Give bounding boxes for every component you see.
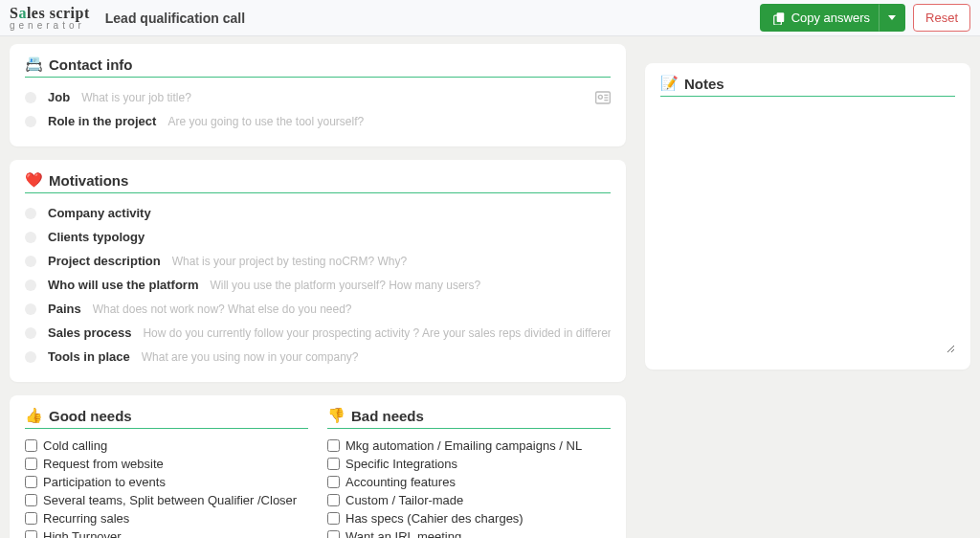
contact-field-label: Role in the project <box>48 114 156 128</box>
bad-need-checkbox[interactable] <box>327 476 340 488</box>
good-need-label: Cold calling <box>43 438 107 453</box>
motivations-input[interactable] <box>93 303 611 316</box>
good-need-item[interactable]: Participation to events <box>25 473 308 491</box>
motivations-input[interactable] <box>210 279 611 292</box>
status-dot[interactable] <box>25 92 36 103</box>
good-need-item[interactable]: Several teams, Split between Qualifier /… <box>25 491 308 509</box>
contact-field-row: Role in the project <box>25 109 611 133</box>
good-need-label: Participation to events <box>43 475 166 489</box>
motivations-field-row: Who will use the platform <box>25 273 611 297</box>
bad-need-checkbox[interactable] <box>327 494 340 506</box>
bad-need-item[interactable]: Specific Integrations <box>327 455 611 473</box>
copy-answers-button[interactable]: Copy answers <box>760 4 882 32</box>
motivations-input[interactable] <box>156 231 611 244</box>
section-title-bad-needs: 👎 Bad needs <box>327 407 611 429</box>
good-need-checkbox[interactable] <box>25 439 37 452</box>
heart-icon: ❤️ <box>25 171 43 189</box>
good-need-item[interactable]: Cold calling <box>25 437 308 455</box>
bad-need-label: Has specs (Cahier des charges) <box>345 511 523 526</box>
bad-need-label: Specific Integrations <box>345 457 457 471</box>
notes-textarea[interactable] <box>660 104 955 353</box>
contact-info-card: 📇 Contact info JobRole in the project <box>10 44 626 146</box>
bad-need-checkbox[interactable] <box>327 530 340 538</box>
motivations-field-label: Company activity <box>48 206 151 220</box>
good-need-item[interactable]: Recurring sales <box>25 509 308 527</box>
bad-need-item[interactable]: Want an IRL meeting <box>327 527 611 538</box>
contact-input[interactable] <box>81 91 584 104</box>
bad-need-item[interactable]: Accounting features <box>327 473 611 491</box>
good-need-label: Several teams, Split between Qualifier /… <box>43 493 297 507</box>
motivations-field-row: Pains <box>25 297 611 321</box>
motivations-input[interactable] <box>163 207 611 220</box>
topbar: Sales script generator Lead qualificatio… <box>0 0 980 36</box>
contact-field-row: Job <box>25 85 611 109</box>
motivations-field-row: Company activity <box>25 201 611 225</box>
section-title-contact: 📇 Contact info <box>25 56 611 78</box>
motivations-field-label: Who will use the platform <box>48 278 198 292</box>
motivations-field-label: Clients typology <box>48 230 145 244</box>
motivations-input[interactable] <box>172 255 611 268</box>
good-need-label: High Turnover <box>43 529 122 538</box>
notes-icon: 📝 <box>660 75 679 92</box>
copy-answers-dropdown[interactable] <box>879 4 905 32</box>
status-dot[interactable] <box>25 303 36 315</box>
motivations-field-label: Pains <box>48 302 81 316</box>
bad-need-item[interactable]: Custom / Tailor-made <box>327 491 611 509</box>
bad-need-label: Want an IRL meeting <box>345 529 461 538</box>
good-need-checkbox[interactable] <box>25 476 37 488</box>
page-title: Lead qualification call <box>105 11 245 26</box>
good-need-item[interactable]: Request from website <box>25 455 308 473</box>
thumbs-down-icon: 👎 <box>327 407 345 424</box>
bad-need-label: Custom / Tailor-made <box>345 493 463 507</box>
bad-need-checkbox[interactable] <box>327 439 340 452</box>
status-dot[interactable] <box>25 351 36 363</box>
motivations-field-row: Sales process <box>25 321 611 345</box>
status-dot[interactable] <box>25 327 36 339</box>
motivations-field-row: Project description <box>25 249 611 273</box>
good-need-checkbox[interactable] <box>25 458 37 470</box>
status-dot[interactable] <box>25 256 36 267</box>
status-dot[interactable] <box>25 232 36 243</box>
thumbs-up-icon: 👍 <box>25 407 43 424</box>
section-title-motivations: ❤️ Motivations <box>25 171 611 193</box>
good-need-checkbox[interactable] <box>25 512 37 525</box>
motivations-field-label: Project description <box>48 254 161 268</box>
section-title-notes: 📝 Notes <box>660 75 955 97</box>
bad-need-label: Mkg automation / Emailing campaigns / NL <box>345 438 582 453</box>
good-need-label: Request from website <box>43 457 164 471</box>
needs-card: 👍 Good needs Cold callingRequest from we… <box>10 395 626 538</box>
motivations-card: ❤️ Motivations Company activityClients t… <box>10 160 626 382</box>
bad-need-checkbox[interactable] <box>327 458 340 470</box>
motivations-input[interactable] <box>143 326 611 340</box>
contact-field-label: Job <box>48 90 70 104</box>
status-dot[interactable] <box>25 208 36 219</box>
bad-need-item[interactable]: Has specs (Cahier des charges) <box>327 509 611 527</box>
good-need-checkbox[interactable] <box>25 530 37 538</box>
motivations-field-label: Tools in place <box>48 349 130 364</box>
id-card-icon[interactable] <box>595 91 611 104</box>
good-need-item[interactable]: High Turnover <box>25 527 308 538</box>
motivations-input[interactable] <box>142 350 611 364</box>
bad-need-checkbox[interactable] <box>327 512 340 525</box>
notes-card: 📝 Notes <box>645 63 970 370</box>
copy-icon <box>772 11 786 25</box>
section-title-good-needs: 👍 Good needs <box>25 407 308 429</box>
good-need-checkbox[interactable] <box>25 494 37 506</box>
svg-point-3 <box>598 95 602 99</box>
contact-icon: 📇 <box>25 56 43 73</box>
motivations-field-row: Tools in place <box>25 345 611 369</box>
status-dot[interactable] <box>25 280 36 291</box>
bad-need-label: Accounting features <box>345 475 456 489</box>
contact-input[interactable] <box>167 115 611 128</box>
motivations-field-label: Sales process <box>48 325 131 340</box>
reset-button[interactable]: Reset <box>913 4 970 32</box>
svg-rect-0 <box>776 12 784 22</box>
status-dot[interactable] <box>25 116 36 127</box>
good-need-label: Recurring sales <box>43 511 129 526</box>
bad-need-item[interactable]: Mkg automation / Emailing campaigns / NL <box>327 437 611 455</box>
motivations-field-row: Clients typology <box>25 225 611 249</box>
brand-logo: Sales script generator <box>10 6 98 31</box>
